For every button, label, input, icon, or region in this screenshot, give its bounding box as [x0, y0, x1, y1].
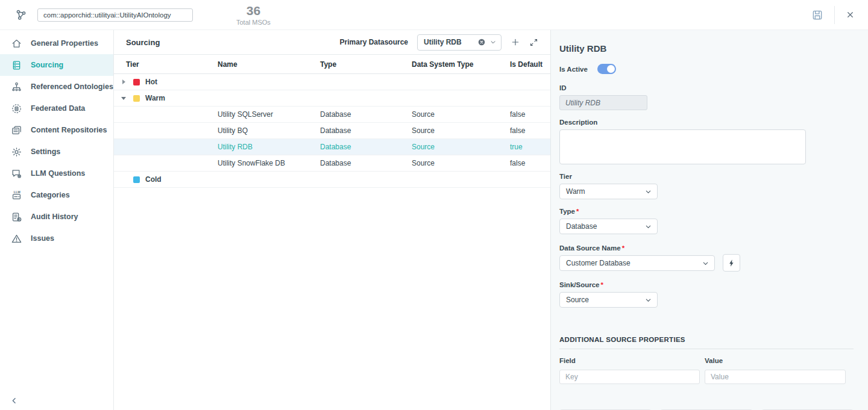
- is-active-label: Is Active: [559, 66, 588, 73]
- sink-source-label: Sink/Source*: [559, 281, 854, 288]
- primary-datasource-label: Primary Datasource: [340, 38, 408, 46]
- datasource-row-utility-bq[interactable]: Utility BQ Database Source false: [114, 123, 550, 139]
- warning-icon: [11, 233, 22, 244]
- datasource-row-utility-rdb[interactable]: Utility RDB Database Source true: [114, 139, 550, 155]
- datasource-row-utility-snowflake-db[interactable]: Utility SnowFlake DB Database Source fal…: [114, 155, 550, 172]
- chevron-down-icon: [490, 39, 496, 45]
- topbar-divider: [834, 6, 835, 24]
- ontology-graph-icon: [14, 8, 28, 22]
- clear-icon[interactable]: [477, 38, 486, 46]
- datasource-data-system-type: Source: [412, 159, 510, 167]
- tier-color-square: [133, 79, 140, 85]
- sidebar-item-audit-history[interactable]: Audit History: [0, 206, 113, 228]
- sidebar-nav: General Properties Sourcing Referenced O…: [0, 33, 113, 249]
- chevron-down-icon: [702, 260, 708, 266]
- data-source-name-select[interactable]: Customer Database: [559, 255, 715, 271]
- data-source-name-value: Customer Database: [566, 259, 631, 267]
- datasource-name: Utility SQLServer: [218, 110, 320, 119]
- lightning-bolt-icon: [728, 259, 736, 267]
- sidebar-item-sourcing[interactable]: Sourcing: [0, 54, 113, 76]
- expand-button[interactable]: [529, 38, 538, 47]
- sourcing-icon: [11, 60, 22, 71]
- sidebar-item-categories[interactable]: LLM Categories: [0, 184, 113, 206]
- field-column-label: Field: [559, 357, 700, 364]
- sidebar-item-referenced-ontologies[interactable]: Referenced Ontologies: [0, 76, 113, 98]
- total-msos-counter: 36 Total MSOs: [236, 4, 271, 25]
- tier-group-row-hot[interactable]: Hot: [114, 74, 550, 90]
- sidebar-item-label: Sourcing: [31, 61, 63, 69]
- tier-name: Cold: [145, 175, 162, 184]
- sink-source-select[interactable]: Source: [559, 292, 658, 308]
- llm-card-icon: LLM: [11, 190, 22, 201]
- top-bar: 36 Total MSOs: [0, 0, 868, 30]
- sidebar-item-content-repositories[interactable]: Content Repositories: [0, 119, 113, 141]
- svg-text:LLM: LLM: [14, 190, 21, 194]
- sidebar-collapse-button[interactable]: [10, 396, 19, 405]
- close-button[interactable]: [846, 10, 855, 19]
- add-datasource-button[interactable]: [511, 37, 520, 47]
- sidebar-item-label: General Properties: [31, 39, 98, 48]
- sidebar-item-label: Issues: [31, 234, 54, 243]
- close-icon: [846, 10, 855, 19]
- tier-group-row-warm[interactable]: Warm: [114, 90, 550, 107]
- sidebar-item-label: Settings: [31, 148, 60, 156]
- datasource-is-default: true: [510, 143, 550, 151]
- gear-icon: [11, 146, 22, 158]
- test-connection-button[interactable]: [723, 254, 740, 272]
- datasource-is-default: false: [510, 110, 550, 119]
- column-header-name: Name: [218, 60, 320, 69]
- required-marker: *: [622, 244, 624, 252]
- datasource-type: Database: [320, 110, 412, 119]
- sidebar-item-general-properties[interactable]: General Properties: [0, 33, 113, 54]
- chevron-down-icon: [645, 223, 651, 229]
- property-key-input[interactable]: [559, 370, 700, 384]
- tier-color-square: [133, 95, 140, 102]
- sidebar-item-label: Referenced Ontologies: [31, 82, 113, 91]
- sidebar-item-llm-questions[interactable]: LLM Questions: [0, 163, 113, 184]
- id-label: ID: [559, 84, 854, 92]
- mso-count: 36: [236, 4, 271, 17]
- type-label: Type*: [559, 208, 854, 215]
- data-source-name-label: Data Source Name*: [559, 244, 854, 252]
- tier-group-row-cold[interactable]: Cold: [114, 172, 550, 188]
- chevron-down-icon: [645, 188, 651, 194]
- ontology-id-input[interactable]: [37, 8, 193, 22]
- tier-select[interactable]: Warm: [559, 184, 658, 199]
- sidebar-item-federated-data[interactable]: Federated Data: [0, 98, 113, 119]
- datasource-name: Utility BQ: [218, 126, 320, 135]
- audit-icon: [11, 211, 22, 223]
- datasource-name: Utility RDB: [218, 143, 320, 151]
- type-select[interactable]: Database: [559, 219, 658, 234]
- value-column-label: Value: [705, 357, 846, 364]
- sidebar-item-label: Content Repositories: [31, 126, 107, 134]
- sidebar-item-settings[interactable]: Settings: [0, 141, 113, 163]
- save-button[interactable]: [811, 9, 823, 21]
- datasource-data-system-type: Source: [412, 143, 510, 151]
- caret-down-icon[interactable]: [120, 97, 127, 100]
- sidebar-item-issues[interactable]: Issues: [0, 228, 113, 249]
- table-header: Tier Name Type Data System Type Is Defau…: [114, 55, 550, 74]
- id-field: [559, 95, 647, 110]
- datasource-type: Database: [320, 159, 412, 167]
- sink-source-value: Source: [566, 296, 589, 304]
- mso-count-label: Total MSOs: [236, 19, 271, 26]
- save-icon: [811, 9, 823, 21]
- tier-name: Hot: [145, 78, 157, 86]
- datasource-row-utility-sqlserver[interactable]: Utility SQLServer Database Source false: [114, 107, 550, 123]
- column-header-tier: Tier: [126, 60, 218, 69]
- required-marker: *: [576, 208, 579, 215]
- description-field[interactable]: [559, 129, 806, 164]
- property-value-input[interactable]: [705, 370, 846, 384]
- is-active-toggle[interactable]: [597, 64, 616, 74]
- federated-icon: [11, 103, 22, 114]
- datasource-type: Database: [320, 126, 412, 135]
- datasource-is-default: false: [510, 126, 550, 135]
- primary-datasource-select[interactable]: Utility RDB: [417, 34, 502, 51]
- chevron-left-icon: [10, 396, 19, 405]
- caret-right-icon[interactable]: [120, 79, 127, 84]
- sidebar-item-label: Categories: [31, 191, 70, 199]
- column-header-data-system-type: Data System Type: [412, 60, 510, 69]
- sidebar-item-label: Audit History: [31, 213, 78, 221]
- datasource-table: Hot Warm Utility SQLServer Database Sour…: [114, 74, 550, 188]
- description-label: Description: [559, 119, 854, 126]
